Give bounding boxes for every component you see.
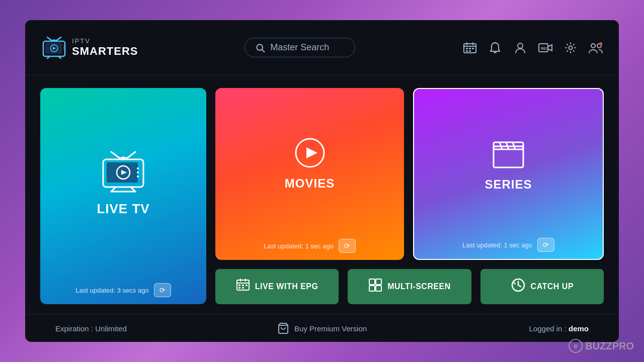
cards-row: LIVE TV Last updated: 3 secs ago ⟳ MOVIE	[40, 88, 604, 304]
catch-up-label: CATCH UP	[531, 282, 574, 291]
buy-premium-btn[interactable]: Buy Premium Version	[233, 322, 411, 334]
live-tv-label: LIVE TV	[97, 201, 149, 217]
svg-rect-62	[242, 287, 244, 289]
movies-updated: Last updated: 1 sec ago	[264, 242, 334, 250]
header-icons: REC	[462, 40, 604, 56]
search-bar-label: Master Search	[270, 42, 329, 53]
svg-line-14	[262, 49, 265, 52]
svg-rect-8	[63, 45, 64, 46]
search-icon	[255, 43, 265, 53]
cart-icon	[277, 322, 289, 334]
svg-rect-20	[469, 48, 471, 49]
svg-rect-58	[238, 285, 240, 286]
content-area: LIVE TV Last updated: 3 secs ago ⟳ MOVIE	[25, 75, 619, 314]
multi-screen-icon	[368, 278, 382, 295]
movies-card[interactable]: MOVIES Last updated: 1 sec ago ⟳	[215, 88, 404, 260]
svg-rect-22	[466, 50, 468, 52]
live-epg-icon	[236, 278, 250, 295]
series-refresh-btn[interactable]: ⟳	[537, 238, 554, 252]
series-updated: Last updated: 1 sec ago	[462, 241, 532, 249]
svg-line-34	[127, 152, 135, 158]
series-label: SERIES	[485, 177, 532, 192]
svg-rect-23	[469, 50, 471, 52]
logged-in-user: demo	[569, 324, 589, 333]
live-tv-refresh-btn[interactable]: ⟳	[154, 283, 171, 297]
header-center: Master Search	[138, 38, 462, 57]
catch-up-icon	[511, 278, 526, 296]
logged-in-label: Logged in : demo	[411, 324, 604, 333]
svg-point-42	[137, 171, 139, 173]
svg-rect-65	[369, 286, 375, 291]
svg-rect-10	[63, 49, 64, 50]
epg-icon[interactable]	[462, 40, 478, 56]
svg-rect-21	[472, 48, 474, 49]
catch-up-btn[interactable]: CATCH UP	[480, 269, 604, 304]
logo-icon	[40, 36, 68, 59]
buzzpro-text: BUZZPRO	[585, 340, 634, 352]
footer: Expiration : Unlimited Buy Premium Versi…	[25, 314, 619, 342]
svg-point-25	[518, 43, 523, 48]
svg-rect-59	[242, 285, 244, 286]
movies-label: MOVIES	[285, 176, 335, 191]
right-side: MOVIES Last updated: 1 sec ago ⟳	[215, 88, 604, 304]
notification-icon[interactable]	[487, 40, 503, 56]
svg-rect-61	[238, 287, 240, 289]
svg-rect-64	[376, 279, 381, 285]
svg-rect-19	[466, 48, 468, 49]
users-icon[interactable]	[588, 40, 604, 56]
record-icon[interactable]: REC	[537, 40, 553, 56]
svg-point-32	[599, 42, 602, 45]
svg-marker-27	[548, 45, 552, 51]
live-tv-footer: Last updated: 3 secs ago ⟳	[40, 283, 206, 297]
clapper-icon	[490, 136, 527, 171]
movies-footer: Last updated: 1 sec ago ⟳	[215, 239, 404, 253]
series-card[interactable]: SERIES Last updated: 1 sec ago ⟳	[413, 88, 604, 260]
top-right-cards: MOVIES Last updated: 1 sec ago ⟳	[215, 88, 604, 260]
logo-area: IPTV SMARTERS	[40, 36, 138, 59]
svg-rect-9	[63, 47, 64, 48]
main-window: IPTV SMARTERS Master Search	[25, 20, 619, 342]
live-tv-card[interactable]: LIVE TV Last updated: 3 secs ago ⟳	[40, 88, 206, 304]
svg-line-0	[47, 37, 51, 40]
svg-point-43	[137, 175, 139, 177]
buzzpro-icon: e	[569, 339, 583, 353]
svg-rect-63	[369, 279, 375, 285]
movies-refresh-btn[interactable]: ⟳	[339, 239, 356, 253]
live-with-epg-btn[interactable]: LIVE WITH EPG	[215, 269, 339, 304]
svg-line-1	[57, 37, 61, 40]
header: IPTV SMARTERS Master Search	[25, 20, 619, 75]
svg-line-33	[111, 152, 119, 158]
expiry-label: Expiration : Unlimited	[40, 324, 233, 333]
live-epg-label: LIVE WITH EPG	[255, 282, 318, 291]
buzzpro-watermark: e BUZZPRO	[569, 339, 634, 353]
multi-screen-label: MULTI-SCREEN	[387, 282, 451, 291]
search-bar[interactable]: Master Search	[245, 38, 355, 57]
logo-text: IPTV SMARTERS	[72, 38, 138, 57]
live-tv-updated: Last updated: 3 secs ago	[75, 287, 148, 294]
bottom-buttons-row: LIVE WITH EPG MULTI-SCREEN	[215, 269, 604, 304]
svg-text:REC: REC	[541, 47, 548, 50]
buy-premium-label: Buy Premium Version	[294, 324, 367, 333]
play-icon	[292, 135, 328, 170]
tv-icon	[98, 150, 148, 195]
series-footer: Last updated: 1 sec ago ⟳	[414, 238, 603, 252]
settings-icon[interactable]	[562, 40, 579, 56]
multi-screen-btn[interactable]: MULTI-SCREEN	[348, 269, 471, 304]
svg-rect-60	[246, 285, 248, 286]
svg-rect-66	[376, 286, 381, 291]
svg-point-24	[495, 42, 496, 43]
svg-point-29	[569, 46, 573, 49]
profile-icon[interactable]	[512, 40, 528, 56]
svg-point-30	[591, 44, 595, 48]
svg-point-41	[137, 167, 139, 169]
svg-marker-48	[306, 147, 317, 158]
